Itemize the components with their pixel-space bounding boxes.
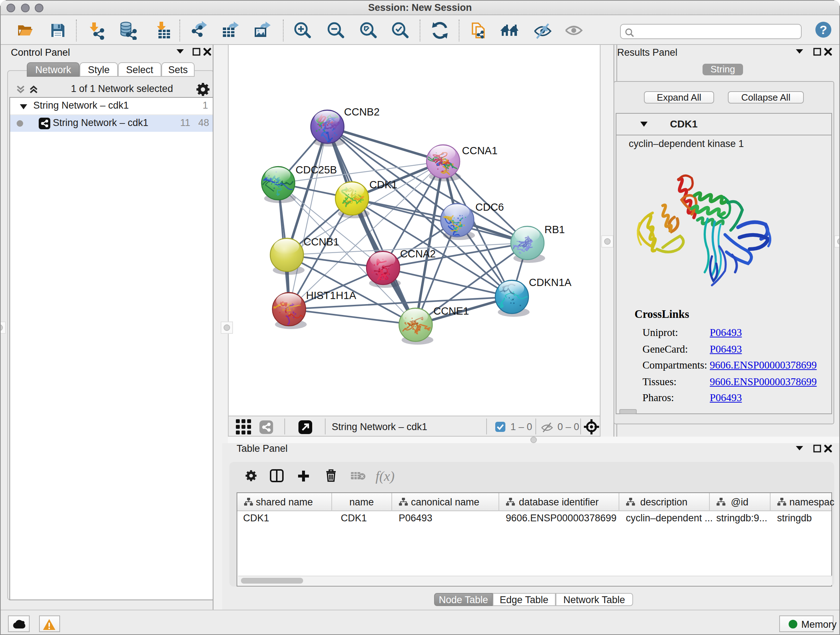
svg-text:CCNB2: CCNB2 [344, 106, 379, 118]
svg-text:RB1: RB1 [544, 224, 564, 235]
svg-text:CCNA2: CCNA2 [400, 248, 435, 260]
svg-text:CCNB1: CCNB1 [303, 236, 339, 248]
svg-text:CCNA1: CCNA1 [462, 145, 497, 157]
svg-text:CDKN1A: CDKN1A [529, 277, 571, 288]
svg-text:CDK1: CDK1 [369, 179, 397, 190]
svg-text:CDC25B: CDC25B [295, 164, 336, 176]
svg-text:?: ? [820, 23, 827, 36]
svg-text:HIST1H1A: HIST1H1A [306, 290, 356, 301]
svg-text:CDC6: CDC6 [475, 201, 504, 213]
svg-text:CCNE1: CCNE1 [433, 305, 469, 317]
